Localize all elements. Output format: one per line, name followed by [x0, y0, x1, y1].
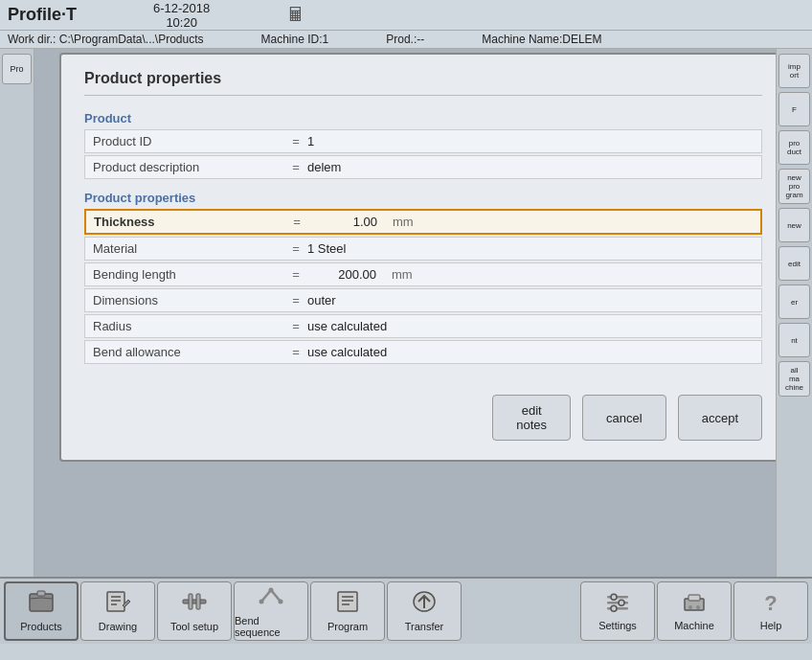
svg-point-11 [269, 588, 274, 593]
toolbar-btn-drawing[interactable]: Drawing [80, 581, 155, 641]
right-btn-nt[interactable]: nt [778, 323, 810, 357]
calculator-icon[interactable]: 🖩 [286, 4, 305, 26]
machine-id-label: Machine ID:1 [261, 33, 329, 46]
svg-rect-8 [196, 594, 200, 609]
toolbar-btn-bend-sequence[interactable]: Bend sequence [234, 581, 308, 641]
edit-notes-button[interactable]: editnotes [492, 395, 571, 441]
toolbar-btn-tool-setup[interactable]: Tool setup [157, 581, 232, 641]
help-label: Help [760, 620, 782, 631]
svg-rect-2 [107, 592, 124, 611]
product-properties-modal: Product properties Product Product ID = … [59, 53, 787, 462]
right-btn-new[interactable]: newprogram [778, 169, 810, 204]
accept-button[interactable]: accept [678, 395, 762, 441]
svg-rect-6 [183, 600, 206, 603]
toolbar-btn-products[interactable]: Products [4, 581, 79, 641]
transfer-label: Transfer [405, 621, 444, 632]
bending-length-equals: = [284, 267, 307, 282]
tool-setup-icon [181, 590, 208, 617]
main-area: Pro import F product newprogram new edit… [0, 49, 812, 577]
program-label: Program [327, 621, 368, 632]
header-bar: Profile·T 6-12-2018 10:20 🖩 [0, 0, 812, 31]
svg-rect-0 [30, 594, 53, 611]
products-icon [28, 590, 55, 617]
product-section-heading: Product [84, 111, 762, 125]
machine-label: Machine [674, 620, 714, 631]
bend-allowance-label: Bend allowance [93, 345, 284, 359]
thickness-row[interactable]: Thickness = 1.00 mm [84, 209, 762, 235]
right-btn-f[interactable]: F [778, 92, 810, 126]
material-value: 1 Steel [307, 241, 754, 256]
bending-length-value: 200.00 [307, 267, 384, 282]
product-id-value: 1 [307, 134, 754, 148]
drawing-icon [104, 590, 131, 617]
thickness-label: Thickness [94, 215, 285, 229]
radius-row: Radius = use calculated [84, 314, 762, 338]
datetime-display: 6-12-2018 10:20 [153, 1, 210, 30]
material-label: Material [93, 241, 284, 256]
center-content: import F product newprogram new edit er … [34, 49, 812, 577]
material-row: Material = 1 Steel [84, 237, 762, 261]
bending-length-label: Bending length [93, 267, 284, 282]
product-description-value: delem [307, 160, 754, 174]
bend-allowance-equals: = [284, 345, 307, 359]
toolbar-btn-transfer[interactable]: Transfer [387, 581, 462, 641]
bending-length-unit: mm [392, 267, 413, 282]
dimensions-row: Dimensions = outer [84, 288, 762, 312]
product-description-row: Product description = delem [84, 155, 762, 179]
svg-point-27 [696, 605, 700, 609]
svg-rect-25 [688, 595, 700, 601]
right-btn-import[interactable]: import [778, 54, 810, 88]
svg-point-10 [279, 600, 283, 604]
right-btn-all-machine[interactable]: allmachine [778, 361, 810, 397]
svg-rect-7 [189, 594, 192, 609]
machine-icon [681, 591, 708, 616]
drawing-label: Drawing [99, 621, 137, 632]
machine-name-label: Machine Name:DELEM [482, 33, 601, 46]
right-btn-er[interactable]: er [778, 284, 810, 319]
app-logo: Profile·T [8, 5, 77, 25]
prod-label: Prod.:-- [386, 33, 424, 46]
settings-label: Settings [598, 620, 637, 631]
product-description-equals: = [284, 160, 307, 174]
bending-length-row: Bending length = 200.00 mm [84, 262, 762, 286]
right-btn-new2[interactable]: new [778, 208, 810, 242]
right-btn-edit[interactable]: edit [778, 246, 810, 281]
right-btn-product[interactable]: product [778, 130, 810, 165]
dimensions-label: Dimensions [93, 293, 284, 307]
time-display: 10:20 [153, 15, 210, 30]
radius-value: use calculated [307, 319, 754, 333]
work-dir-label: Work dir.: C:\ProgramData\...\Products [8, 33, 204, 46]
radius-label: Radius [93, 319, 284, 333]
right-sidebar: import F product newprogram new edit er … [776, 49, 812, 577]
toolbar-btn-program[interactable]: Program [310, 581, 385, 641]
toolbar-btn-machine[interactable]: Machine [657, 581, 732, 641]
modal-footer: editnotes cancel accept [84, 387, 762, 441]
bend-sequence-icon [258, 584, 284, 611]
bottom-toolbar: Products Drawing Tool setup [0, 577, 812, 644]
cancel-button[interactable]: cancel [582, 395, 666, 441]
product-description-label: Product description [93, 160, 284, 174]
info-bar: Work dir.: C:\ProgramData\...\Products M… [0, 31, 812, 49]
modal-title: Product properties [84, 70, 762, 96]
thickness-value: 1.00 [308, 215, 385, 229]
modal-overlay: Product properties Product Product ID = … [34, 49, 812, 577]
help-icon: ? [764, 591, 777, 616]
transfer-icon [411, 590, 438, 617]
toolbar-btn-help[interactable]: ? Help [733, 581, 808, 641]
radius-equals: = [284, 319, 307, 333]
dimensions-value: outer [307, 293, 754, 307]
svg-point-26 [688, 605, 692, 609]
sidebar-pro-btn[interactable]: Pro [2, 54, 32, 84]
date-display: 6-12-2018 [153, 1, 210, 15]
product-id-label: Product ID [93, 134, 284, 148]
svg-point-21 [611, 594, 617, 600]
bend-allowance-value: use calculated [307, 345, 754, 359]
thickness-unit: mm [393, 215, 414, 229]
program-icon [334, 590, 361, 617]
bend-allowance-row: Bend allowance = use calculated [84, 340, 762, 364]
left-sidebar: Pro [0, 49, 34, 577]
svg-point-9 [259, 600, 264, 604]
product-id-row: Product ID = 1 [84, 129, 762, 153]
toolbar-btn-settings[interactable]: Settings [580, 581, 655, 641]
svg-point-23 [611, 605, 617, 611]
